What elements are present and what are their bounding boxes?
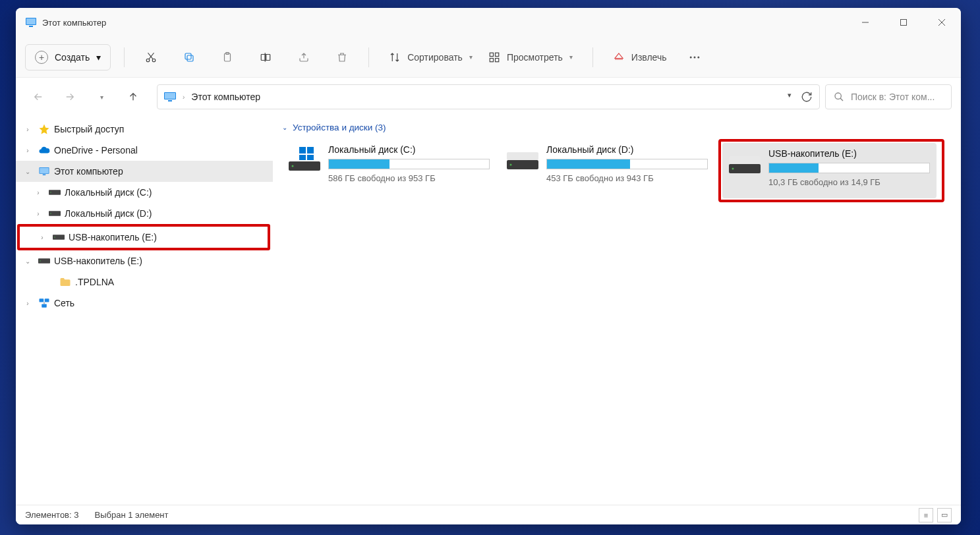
tree-item-label: Сеть — [54, 298, 74, 308]
svg-rect-50 — [307, 155, 314, 160]
tree-item[interactable]: ⌄Этот компьютер — [16, 161, 273, 182]
svg-point-40 — [40, 260, 41, 262]
chevron-down-icon[interactable]: ▾ — [788, 91, 792, 103]
drive-name: Локальный диск (C:) — [328, 144, 490, 155]
minimize-button[interactable] — [846, 8, 884, 37]
svg-rect-41 — [40, 298, 44, 302]
view-toggles: ≡ ▭ — [919, 508, 952, 522]
forward-button[interactable] — [57, 84, 83, 110]
copy-button[interactable] — [176, 44, 202, 70]
pc-icon — [25, 16, 37, 28]
highlight-annotation: ›USB-накопитель (E:) — [17, 224, 270, 250]
svg-line-29 — [840, 98, 843, 101]
svg-rect-19 — [495, 53, 498, 56]
eject-label: Извлечь — [631, 52, 667, 63]
tree-item[interactable]: ›Быстрый доступ — [16, 119, 273, 140]
more-button[interactable] — [681, 44, 708, 70]
recent-button[interactable]: ▾ — [88, 84, 115, 110]
maximize-button[interactable] — [884, 8, 923, 37]
expander-icon[interactable]: › — [21, 147, 34, 154]
paste-button[interactable] — [214, 44, 241, 70]
tree-item[interactable]: ›Сеть — [16, 293, 273, 314]
svg-rect-26 — [165, 93, 175, 99]
tree-item[interactable]: ›OneDrive - Personal — [16, 140, 273, 161]
refresh-button[interactable] — [801, 91, 813, 103]
address-bar[interactable]: › Этот компьютер ▾ — [157, 84, 820, 109]
svg-rect-27 — [168, 100, 172, 101]
title-bar: Этот компьютер — [16, 8, 961, 37]
svg-line-10 — [148, 53, 154, 59]
eject-button[interactable]: Извлечь — [606, 44, 674, 70]
expander-icon[interactable]: › — [32, 210, 45, 217]
explorer-window: Этот компьютер + Создать ▾ Сортировать ▾ — [16, 8, 961, 524]
svg-rect-21 — [495, 58, 498, 61]
rename-button[interactable] — [252, 44, 279, 70]
expander-icon[interactable]: › — [21, 126, 34, 133]
tree-item-label: .TPDLNA — [75, 277, 114, 287]
expander-icon[interactable]: ⌄ — [21, 168, 34, 175]
delete-button[interactable] — [329, 44, 355, 70]
tree-item-label: OneDrive - Personal — [54, 145, 138, 155]
tree-item-label: Быстрый доступ — [54, 124, 124, 134]
sort-button[interactable]: Сортировать ▾ — [382, 44, 479, 70]
body: ›Быстрый доступ›OneDrive - Personal⌄Этот… — [16, 116, 961, 505]
pc-icon — [164, 92, 176, 101]
window-title: Этот компьютер — [42, 18, 106, 28]
drive-card[interactable]: Локальный диск (D:)453 ГБ свободно из 94… — [500, 139, 714, 194]
cut-button[interactable] — [138, 44, 164, 70]
capacity-bar — [768, 163, 930, 173]
tree-item-label: Локальный диск (C:) — [65, 187, 152, 198]
eject-icon — [613, 51, 625, 63]
drive-name: Локальный диск (D:) — [546, 144, 708, 155]
svg-point-53 — [510, 164, 512, 166]
close-button[interactable] — [923, 8, 961, 37]
address-row: ▾ › Этот компьютер ▾ Поиск в: Этот ком..… — [16, 78, 961, 116]
tree-item[interactable]: .TPDLNA — [16, 271, 273, 293]
chevron-down-icon: ▾ — [469, 53, 473, 61]
drive-card[interactable]: Локальный диск (C:)586 ГБ свободно из 95… — [282, 139, 496, 194]
svg-rect-48 — [307, 147, 314, 154]
highlight-annotation: USB-накопитель (E:)10,3 ГБ свободно из 1… — [718, 139, 944, 202]
svg-rect-51 — [507, 152, 538, 160]
svg-rect-12 — [185, 53, 191, 59]
drive-icon — [49, 210, 61, 217]
tree-item[interactable]: ›Локальный диск (D:) — [16, 203, 273, 224]
details-view-button[interactable]: ≡ — [919, 508, 933, 522]
expander-icon[interactable]: ⌄ — [21, 258, 34, 265]
svg-point-22 — [689, 56, 691, 58]
status-bar: Элементов: 3 Выбран 1 элемент ≡ ▭ — [16, 505, 961, 524]
pc-icon — [38, 165, 50, 177]
up-button[interactable] — [120, 84, 146, 110]
drive-card[interactable]: USB-накопитель (E:)10,3 ГБ свободно из 1… — [722, 143, 937, 198]
view-button[interactable]: Просмотреть ▾ — [482, 44, 579, 70]
drive-icon — [49, 188, 61, 196]
svg-line-9 — [149, 53, 154, 59]
tree-item[interactable]: ›USB-накопитель (E:) — [20, 227, 268, 248]
drives-list: Локальный диск (C:)586 ГБ свободно из 95… — [282, 139, 952, 202]
expander-icon[interactable]: › — [36, 234, 49, 241]
toolbar: + Создать ▾ Сортировать ▾ Просмотреть ▾ — [16, 37, 961, 78]
tiles-view-button[interactable]: ▭ — [937, 508, 952, 522]
back-button[interactable] — [25, 84, 51, 110]
chevron-down-icon: ▾ — [569, 53, 573, 61]
drive-free-text: 10,3 ГБ свободно из 14,9 ГБ — [768, 177, 930, 187]
svg-point-24 — [697, 56, 699, 58]
address-actions: ▾ — [788, 91, 813, 103]
drive-info: Локальный диск (D:)453 ГБ свободно из 94… — [546, 144, 708, 183]
share-button[interactable] — [291, 44, 317, 70]
tree-item[interactable]: ⌄USB-накопитель (E:) — [16, 250, 273, 271]
svg-point-36 — [50, 213, 51, 214]
search-input[interactable]: Поиск в: Этот ком... — [825, 84, 952, 109]
expander-icon[interactable]: › — [21, 300, 34, 307]
chevron-down-icon: ▾ — [96, 52, 101, 63]
breadcrumb[interactable]: Этот компьютер — [191, 92, 260, 102]
cloud-icon — [38, 144, 50, 156]
tree-item[interactable]: ›Локальный диск (C:) — [16, 182, 273, 203]
window-controls — [846, 8, 961, 37]
svg-rect-4 — [901, 20, 907, 26]
expander-icon[interactable]: › — [32, 189, 45, 196]
section-header[interactable]: ⌄ Устройства и диски (3) — [282, 123, 952, 132]
sort-icon — [389, 51, 401, 63]
new-button[interactable]: + Создать ▾ — [25, 44, 111, 70]
svg-rect-2 — [29, 26, 33, 27]
